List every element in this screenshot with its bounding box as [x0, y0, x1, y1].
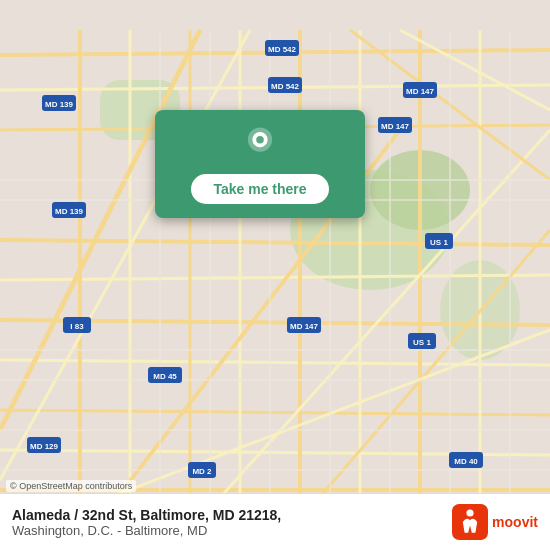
location-card: Take me there — [155, 110, 365, 218]
svg-text:US 1: US 1 — [413, 338, 431, 347]
svg-text:MD 147: MD 147 — [381, 122, 410, 131]
moovit-icon — [452, 504, 488, 540]
map-container: MD 542 MD 139 MD 147 MD 147 MD 542 MD 13… — [0, 0, 550, 550]
map-background: MD 542 MD 139 MD 147 MD 147 MD 542 MD 13… — [0, 0, 550, 550]
svg-text:US 1: US 1 — [430, 238, 448, 247]
moovit-logo: moovit — [452, 504, 538, 540]
svg-point-76 — [467, 509, 474, 516]
svg-text:I 83: I 83 — [70, 322, 84, 331]
svg-text:MD 542: MD 542 — [271, 82, 300, 91]
svg-text:MD 139: MD 139 — [45, 100, 74, 109]
take-me-there-button[interactable]: Take me there — [191, 174, 328, 204]
svg-text:MD 2: MD 2 — [192, 467, 212, 476]
info-bar: Alameda / 32nd St, Baltimore, MD 21218, … — [0, 493, 550, 550]
address-line2: Washington, D.C. - Baltimore, MD — [12, 523, 442, 538]
osm-attribution: © OpenStreetMap contributors — [6, 480, 136, 492]
svg-text:MD 542: MD 542 — [268, 45, 297, 54]
svg-text:MD 147: MD 147 — [290, 322, 319, 331]
svg-text:MD 147: MD 147 — [406, 87, 435, 96]
address-line1: Alameda / 32nd St, Baltimore, MD 21218, — [12, 507, 442, 523]
svg-text:MD 45: MD 45 — [153, 372, 177, 381]
address-block: Alameda / 32nd St, Baltimore, MD 21218, … — [12, 507, 442, 538]
svg-text:MD 129: MD 129 — [30, 442, 59, 451]
location-pin-icon — [241, 126, 279, 164]
svg-text:MD 139: MD 139 — [55, 207, 84, 216]
moovit-text: moovit — [492, 514, 538, 530]
svg-text:MD 40: MD 40 — [454, 457, 478, 466]
